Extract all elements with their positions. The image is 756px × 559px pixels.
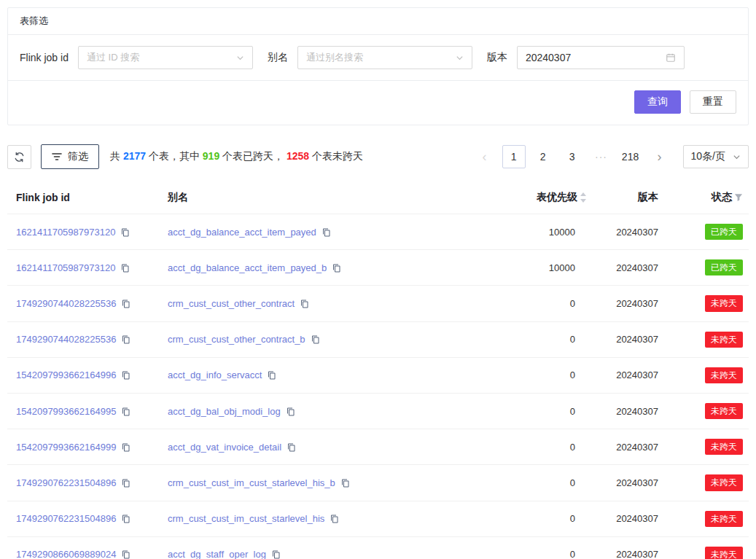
total-count: 2177 [123, 150, 146, 162]
copy-icon[interactable] [287, 443, 296, 452]
query-button[interactable]: 查询 [634, 90, 681, 114]
alias-link[interactable]: crm_cust_cust_im_cust_starlevel_his_b [168, 477, 335, 488]
alias-link[interactable]: crm_cust_cust_other_contract [168, 298, 295, 309]
flink-job-id-link[interactable]: 1749290744028225536 [16, 298, 116, 309]
copy-icon[interactable] [287, 407, 295, 416]
cell-version: 20240307 [596, 227, 658, 238]
cell-priority: 0 [478, 370, 587, 380]
copy-icon[interactable] [311, 335, 320, 344]
copy-icon[interactable] [322, 228, 331, 237]
flink-job-id-link[interactable]: 1749290866069889024 [16, 549, 116, 559]
copy-icon[interactable] [268, 371, 276, 380]
summary-part: 个表，其中 [146, 150, 203, 162]
flink-job-id-placeholder: 通过 ID 搜索 [87, 51, 139, 64]
cell-priority: 0 [478, 442, 587, 453]
uncrossed-count: 1258 [287, 150, 309, 162]
cell-alias: acct_dg_staff_oper_log [168, 549, 469, 559]
cell-alias: crm_cust_cust_other_contract_b [168, 334, 469, 345]
copy-icon[interactable] [272, 550, 281, 559]
sort-icon[interactable] [580, 192, 587, 203]
alias-link[interactable]: acct_dg_balance_acct_item_payed_b [168, 262, 327, 273]
version-date-input[interactable]: 20240307 [517, 46, 685, 69]
table-body: 1621411705987973120acct_dg_balance_acct_… [7, 214, 749, 559]
col-header-priority[interactable]: 表优先级 [478, 191, 587, 204]
copy-icon[interactable] [122, 407, 130, 416]
copy-icon[interactable] [121, 228, 130, 237]
flink-job-id-link[interactable]: 1621411705987973120 [16, 262, 115, 273]
filter-panel: 表筛选 Flink job id 通过 ID 搜索 别名 通过别名搜索 [7, 7, 749, 125]
flink-job-id-link[interactable]: 1621411705987973120 [16, 227, 115, 238]
page-button-2[interactable]: 2 [531, 145, 555, 168]
cell-status: 已跨天 [667, 224, 743, 240]
cell-alias: acct_dg_bal_obj_modi_log [168, 406, 469, 417]
toolbar: 筛选 共 2177 个表，其中 919 个表已跨天， 1258 个表未跨天 ‹1… [7, 144, 749, 169]
status-badge: 未跨天 [705, 511, 743, 527]
copy-icon[interactable] [330, 515, 339, 523]
copy-icon[interactable] [122, 335, 130, 344]
cell-alias: crm_cust_cust_other_contract [168, 298, 469, 309]
alias-link[interactable]: crm_cust_cust_im_cust_starlevel_his [168, 513, 324, 524]
cell-version: 20240307 [596, 262, 658, 273]
alias-link[interactable]: acct_dg_staff_oper_log [168, 549, 266, 559]
flink-job-id-link[interactable]: 1749290744028225536 [16, 334, 116, 345]
filter-toggle-label: 筛选 [68, 150, 88, 163]
filter-toggle-button[interactable]: 筛选 [41, 144, 99, 169]
copy-icon[interactable] [122, 479, 130, 488]
filter-panel-title: 表筛选 [8, 8, 748, 35]
col-header-priority-label: 表优先级 [537, 191, 577, 204]
flink-job-id-link[interactable]: 1749290762231504896 [16, 477, 116, 488]
flink-job-id-link[interactable]: 1542097993662164995 [16, 406, 116, 417]
flink-job-id-link[interactable]: 1749290762231504896 [16, 513, 116, 524]
cell-status: 未跨天 [667, 295, 743, 311]
flink-job-id-field: Flink job id 通过 ID 搜索 [20, 46, 253, 69]
status-badge: 未跨天 [705, 547, 743, 559]
next-page-button[interactable]: › [648, 145, 671, 168]
pagination-ellipsis[interactable]: ··· [590, 145, 613, 168]
chevron-down-icon [733, 153, 741, 161]
alias-link[interactable]: crm_cust_cust_other_contract_b [168, 334, 305, 345]
copy-icon[interactable] [332, 264, 341, 273]
cell-version: 20240307 [596, 549, 658, 559]
chevron-down-icon [456, 54, 464, 62]
alias-label: 别名 [268, 51, 288, 64]
copy-icon[interactable] [341, 479, 350, 488]
flink-job-id-link[interactable]: 1542097993662164996 [16, 370, 116, 380]
copy-icon[interactable] [122, 443, 130, 452]
cell-version: 20240307 [596, 298, 658, 309]
page-size-select-top[interactable]: 10条/页 [683, 145, 749, 168]
table-header: Flink job id 别名 表优先级 版本 状态 [7, 181, 749, 214]
alias-link[interactable]: acct_dg_bal_obj_modi_log [168, 406, 281, 417]
page-button-1[interactable]: 1 [502, 145, 526, 168]
cell-flink-job-id: 1542097993662164999 [16, 442, 159, 453]
refresh-button[interactable] [7, 145, 31, 169]
cell-version: 20240307 [596, 477, 658, 488]
col-header-version: 版本 [596, 191, 658, 204]
copy-icon[interactable] [300, 300, 309, 308]
cell-status: 未跨天 [667, 474, 743, 490]
cell-alias: crm_cust_cust_im_cust_starlevel_his_b [168, 477, 469, 488]
page-button-3[interactable]: 3 [561, 145, 584, 168]
copy-icon[interactable] [122, 300, 130, 308]
table-row: 1749290866069889024acct_dg_staff_oper_lo… [7, 537, 749, 559]
copy-icon[interactable] [122, 550, 130, 559]
cell-status: 未跨天 [667, 403, 743, 419]
crossed-count: 919 [203, 150, 219, 162]
status-badge: 未跨天 [705, 332, 743, 348]
alias-link[interactable]: acct_dg_vat_invoice_detail [168, 442, 281, 453]
copy-icon[interactable] [121, 264, 130, 273]
reset-button[interactable]: 重置 [690, 90, 736, 114]
filter-funnel-icon[interactable] [734, 193, 743, 202]
page-button-218[interactable]: 218 [619, 145, 642, 168]
cell-priority: 0 [478, 298, 587, 309]
flink-job-id-link[interactable]: 1542097993662164999 [16, 442, 116, 453]
cell-alias: acct_dg_vat_invoice_detail [168, 442, 469, 453]
copy-icon[interactable] [122, 515, 130, 523]
table-row: 1542097993662164999acct_dg_vat_invoice_d… [7, 429, 749, 465]
flink-job-id-select[interactable]: 通过 ID 搜索 [78, 46, 253, 69]
copy-icon[interactable] [122, 371, 130, 380]
cell-flink-job-id: 1542097993662164995 [16, 406, 159, 417]
alias-link[interactable]: acct_dg_balance_acct_item_payed [168, 227, 316, 238]
alias-link[interactable]: acct_dg_info_servacct [168, 370, 262, 380]
alias-select[interactable]: 通过别名搜索 [297, 46, 472, 69]
col-header-status-label: 状态 [712, 191, 732, 204]
